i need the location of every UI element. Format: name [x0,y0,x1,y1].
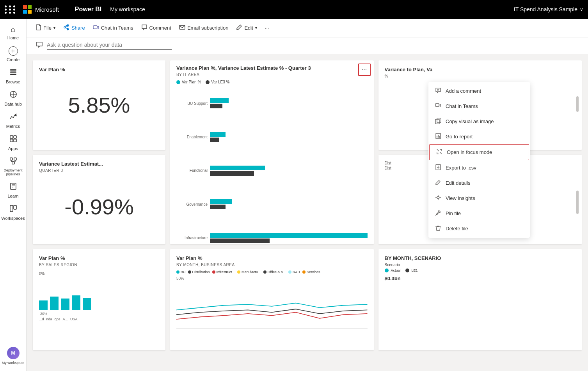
apps-grid-icon[interactable] [5,5,16,14]
svg-rect-38 [437,136,437,138]
legend-multi: BU Distribution Infrastruct... Manufactu… [176,270,368,274]
edit-label: Edit [244,25,253,31]
context-menu-view-insights[interactable]: View insights [428,191,530,206]
context-delete-tile-label: Delete tile [446,226,468,231]
tile-variance-latest-value: -0.99% [39,176,159,237]
context-menu-copy-visual[interactable]: Copy visual as image [428,114,530,129]
copy-icon [435,118,442,125]
context-menu-export-csv[interactable]: Export to .csv [428,160,530,175]
context-menu-go-to-report[interactable]: Go to report [428,129,530,144]
tile-50pct-label: 50% [176,276,368,281]
sidebar-item-myworkspace[interactable]: M My workspace [0,344,27,368]
context-export-csv-label: Export to .csv [446,165,476,171]
context-menu-pin-tile[interactable]: Pin tile [428,206,530,221]
legend-teal-dot [176,80,180,84]
sidebar-item-apps[interactable]: Apps [0,132,27,154]
chat-in-teams-button[interactable]: Chat in Teams [90,22,137,34]
sidebar-item-learn[interactable]: Learn [0,179,27,201]
svg-rect-30 [179,25,185,29]
svg-rect-9 [10,136,13,138]
sidebar-item-datahub-label: Data hub [4,102,22,106]
qna-input[interactable] [47,42,172,49]
actual-dot [385,269,389,272]
context-menu-add-comment[interactable]: Add a comment [428,83,530,99]
tile-var-plan-month-subtitle: BY MONTH, BUSINESS AREA [176,263,368,267]
tile-variance-right-title: Variance to Plan, Va [385,67,576,72]
tile-right-partial-3: BY MONTH, SCENARIO Scenario Actual LE1 $… [378,249,582,350]
sidebar-item-deployment[interactable]: Deployment pipelines [0,154,27,179]
nav-divider [67,5,67,14]
bar-row-functional: Functional [176,166,368,176]
workspace-selector[interactable]: IT Spend Analysis Sample ∨ [514,6,583,12]
powerbi-label: Power BI [75,6,101,13]
tile-var-plan-title: Var Plan % [39,67,159,72]
context-menu-chat-in-teams[interactable]: Chat in Teams [428,99,530,114]
more-button[interactable]: ··· [262,23,272,33]
edit-button[interactable]: Edit ▾ [233,22,260,34]
scroll-bar-right [576,191,579,214]
svg-point-8 [15,114,17,116]
edit-icon [236,24,242,32]
tile-menu-button[interactable]: ··· [358,64,371,76]
right-partial-label: % [385,74,576,78]
bar-row-infrastructure: Infrastructure [176,233,368,243]
sidebar-item-browse[interactable]: Browse [0,65,27,87]
context-menu-delete-tile[interactable]: Delete tile [428,221,530,236]
workspace-label[interactable]: My workspace [110,6,145,12]
email-subscription-button[interactable]: Email subscription [176,22,232,34]
share-button[interactable]: Share [60,22,88,34]
sidebar-item-workspaces[interactable]: Workspaces [0,201,27,224]
legend-rd: R&D [288,270,300,274]
context-copy-visual-label: Copy visual as image [446,118,494,124]
svg-rect-39 [438,135,439,138]
legend-mfg-label: Manufactu... [242,270,261,274]
sidebar-item-home-label: Home [7,35,19,40]
svg-rect-12 [14,139,16,142]
legend-var-le3: Var LE3 % [206,80,229,84]
sidebar-item-workspaces-label: Workspaces [1,216,25,221]
pin-icon [435,210,442,217]
workspace-selector-label: IT Spend Analysis Sample [514,6,577,12]
sidebar-item-create[interactable]: + Create [0,43,27,65]
chat-teams-icon [435,102,442,110]
svg-point-43 [437,196,439,199]
bar-chart: BU Support Enablement [176,87,368,244]
file-button[interactable]: File ▾ [33,22,59,34]
bar-region-4 [72,295,80,310]
context-pin-tile-label: Pin tile [446,210,461,216]
comment-button[interactable]: Comment [138,22,174,34]
sidebar-item-create-label: Create [7,57,20,62]
tile-variance-chart: ··· Variance Plan %, Variance Latest Est… [170,60,374,244]
sidebar-item-metrics[interactable]: Metrics [0,110,27,132]
add-comment-icon [435,87,442,95]
context-go-to-report-label: Go to report [446,134,473,140]
home-icon: ⌂ [11,25,15,34]
x-label-region-2: nda [46,317,52,321]
share-label: Share [71,25,85,31]
legend-infra-dot [212,270,215,274]
bars-group-enablement [210,132,368,142]
legend-infra-label: Infrastruct... [217,270,235,274]
bar-row-enablement: Enablement [176,132,368,142]
microsoft-logo: Microsoft [23,5,59,14]
scroll-indicator [576,96,579,112]
sidebar-item-datahub[interactable]: Data hub [0,87,27,110]
tile-var-plan-month: Var Plan % BY MONTH, BUSINESS AREA BU Di… [170,249,374,350]
sidebar-item-home[interactable]: ⌂ Home [0,22,27,43]
bars-group-bu-support [210,98,368,108]
edit-details-icon [435,179,442,187]
context-menu-open-focus[interactable]: Open in focus mode [429,144,529,160]
sidebar-item-apps-label: Apps [8,146,18,151]
qna-bar [27,37,588,54]
x-label-region-3: ope [55,317,60,321]
delete-icon [435,225,442,232]
context-menu-edit-details[interactable]: Edit details [428,175,530,191]
legend-rd-dot [288,270,291,274]
x-label-region-1: ...d [39,317,44,321]
legend-office-dot [263,270,266,274]
actual-label: Actual [391,269,401,272]
deployment-icon [9,157,17,167]
tile-right-3-title: BY MONTH, SCENARIO [385,255,576,261]
svg-rect-1 [28,5,32,9]
le1-label: LE1 [412,269,418,272]
